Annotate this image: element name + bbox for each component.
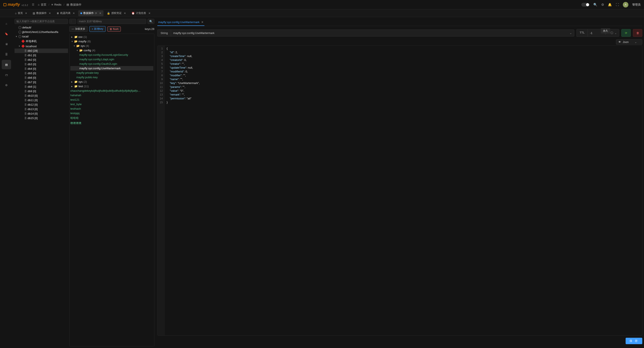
key-leaf[interactable]: mayfly:private-key [70,70,153,75]
key-leaf[interactable]: testqqq [70,111,153,116]
tab-数据操作[interactable]: ▤数据操作✕ [30,10,53,16]
bell-icon[interactable]: 🔔 [608,3,612,7]
topbar-right: 🔍 ⚙ 🔔 ⛶ A 管理员 [581,2,640,8]
sidebar-home[interactable]: ⌂ [2,19,11,28]
breadcrumb-data[interactable]: ▤ 数据操作 [66,3,82,7]
key-folder[interactable]: ▼📂config (4) [70,48,153,52]
breadcrumb-home[interactable]: ⌂ 首页 [38,3,46,7]
close-icon[interactable]: ✕ [124,12,126,15]
ellipsis-icon: ⋯ [72,28,74,30]
key-folder[interactable]: ▶📁test (11) [70,84,153,88]
search-button[interactable]: 🔍 [148,19,154,24]
tree-node[interactable]: idefault/ [14,25,68,30]
tree-node[interactable]: ▼ilocal/ [14,34,68,39]
tree-node[interactable]: 🗄db11 [0] [14,98,68,102]
tree-node[interactable]: 🗄db12 [0] [14,102,68,107]
gear-icon[interactable]: ⚙ [601,3,604,7]
key-folder[interactable]: ▶📁sys (2) [70,80,153,84]
sidebar-layers[interactable]: ▤ [2,60,11,69]
tree-node[interactable]: 🗄db14 [0] [14,111,68,116]
key-leaf[interactable]: hahahah [70,93,153,98]
format-select[interactable]: 👁 Json ⌄ [616,39,642,45]
tree-node[interactable]: 🗄db5 [0] [14,71,68,76]
sidebar-bookmark[interactable]: 🔖 [2,29,11,38]
user-name[interactable]: 管理员 [632,3,640,7]
key-leaf[interactable]: 噢噢噢噢 [70,120,153,126]
caret-icon: ▼ [73,45,76,47]
sidebar-settings[interactable]: ⚙ [2,80,11,90]
fullscreen-icon[interactable]: ⛶ [616,3,619,6]
folder-count: (4) [92,49,95,52]
tree-node[interactable]: 🗄db7 [0] [14,80,68,84]
key-label: mayfly:sys:config:UseWartermark [79,67,120,70]
sidebar-database[interactable]: 🗄 [2,50,11,59]
tree-node[interactable]: 🗄db1 [0] [14,53,68,58]
key-leaf[interactable]: test_byte [70,102,153,106]
flush-button[interactable]: 🗑flush [107,26,121,32]
key-folder[interactable]: ▼📂sys (4) [70,44,153,48]
tree-node[interactable]: 🗄db2 [0] [14,58,68,62]
refresh-button[interactable]: ⟳ [621,29,631,37]
sidebar-monitor[interactable]: 🖥 [2,39,11,49]
tab-机器列表[interactable]: 🖥机器列表✕ [54,10,77,16]
key-leaf[interactable]: 哈哈哈 [70,116,153,120]
match-input[interactable] [78,19,146,24]
tree-search-input[interactable] [14,19,68,24]
tree-node[interactable]: 🗄db4 [0] [14,66,68,71]
tab-授权凭证[interactable]: 🔒授权凭证✕ [105,10,128,16]
key-label: mayfly:sys:config:AccountLoginSecurity [79,53,128,56]
refresh-icon[interactable]: ⟳ [95,12,97,15]
tree-node[interactable]: 本地单机 [14,39,68,44]
key-folder[interactable]: ▼📂mayfly (6) [70,39,153,44]
sidebar-storage[interactable]: 🗃 [2,70,11,80]
key-leaf[interactable]: mayfly:sys:config:LdapLogin [70,57,153,62]
theme-toggle[interactable] [581,3,590,7]
close-icon[interactable]: ✕ [25,12,27,15]
chevron-down-icon[interactable]: ⌄ [570,32,572,35]
close-icon[interactable]: ✕ [201,20,204,24]
button-label: flush [113,28,118,30]
tree-node[interactable]: 🗄db3 [0] [14,62,68,66]
key-leaf[interactable]: mayfly:sys:config:UseWartermark [70,66,153,70]
key-leaf[interactable]: test121 [70,98,153,102]
key-leaf[interactable]: mayfly:sys:config:Oauth2Login [70,62,153,66]
search-icon[interactable]: 🔍 [593,3,598,7]
code-content[interactable]: { "id": 2, "createTime": null, "creatorI… [165,46,642,336]
tree-node[interactable]: ▼localhost [14,44,68,48]
save-button[interactable]: 保 存 [626,338,642,344]
menu-toggle-icon[interactable]: ☰ [32,3,34,6]
detail-tab[interactable]: mayfly:sys:config:UseWartermark ✕ [157,19,204,26]
database-icon: 🗄 [24,117,27,120]
close-icon[interactable]: ✕ [99,12,101,15]
load-more-button[interactable]: ⋯加载更多 [69,26,88,32]
key-leaf[interactable]: testhash [70,106,153,111]
tree-node[interactable]: 🗄db15 [0] [14,116,68,120]
type-label: String [157,30,171,36]
tree-node[interactable]: 🗄db0 [28] [14,48,68,53]
close-icon[interactable]: ✕ [49,12,51,15]
new-key-button[interactable]: +新增key [89,26,106,32]
tree-node[interactable]: ijjb/test1/test112/tsetfasfasdfa [14,30,68,34]
breadcrumb-redis[interactable]: ≡ Redis [52,3,62,6]
chevron-down-icon[interactable]: ⌄ [614,32,617,35]
tree-node[interactable]: 🗄db13 [0] [14,107,68,111]
code-editor[interactable]: 123456789101112131415 { "id": 2, "create… [157,46,642,336]
key-leaf[interactable]: chaochangdekeykdjflsdjfsdlkfjsdklfjsdlfs… [70,88,153,93]
tab-首页[interactable]: ⌂首页✕ [13,10,29,16]
tree-node[interactable]: 🗄db6 [0] [14,76,68,80]
tab-计划任务[interactable]: ⏰计划任务✕ [129,10,153,16]
key-leaf[interactable]: mayfly:public-key [70,75,153,80]
delete-button[interactable]: 🗑 [633,29,642,37]
close-icon[interactable]: ✕ [148,12,150,15]
key-name-input[interactable]: mayfly:sys:config:UseWartermark ⌄ [171,30,574,36]
tab-数据操作[interactable]: 数据操作⟳✕ [78,10,104,16]
tree-node[interactable]: 🗄db9 [0] [14,89,68,94]
close-icon[interactable]: ✕ [73,12,75,15]
key-folder[interactable]: ▶📁ccc (1) [70,35,153,39]
avatar[interactable]: A [623,2,628,8]
separator-input[interactable] [69,19,76,24]
key-leaf[interactable]: mayfly:sys:config:AccountLoginSecurity [70,52,153,57]
database-icon: 🗄 [24,81,27,84]
tree-node[interactable]: 🗄db10 [0] [14,94,68,98]
tree-node[interactable]: 🗄db8 [1] [14,84,68,89]
